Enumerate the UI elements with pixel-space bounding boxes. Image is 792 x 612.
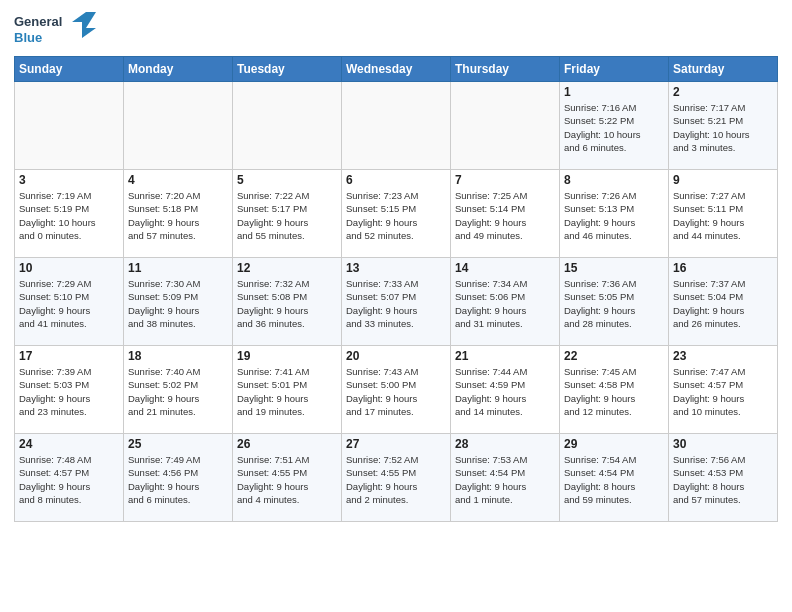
day-number: 7 [455,173,555,187]
calendar-cell: 12Sunrise: 7:32 AM Sunset: 5:08 PM Dayli… [233,258,342,346]
day-number: 23 [673,349,773,363]
calendar-cell: 21Sunrise: 7:44 AM Sunset: 4:59 PM Dayli… [451,346,560,434]
calendar-cell: 20Sunrise: 7:43 AM Sunset: 5:00 PM Dayli… [342,346,451,434]
day-number: 19 [237,349,337,363]
day-info: Sunrise: 7:32 AM Sunset: 5:08 PM Dayligh… [237,277,337,330]
calendar-cell [342,82,451,170]
header-area: GeneralBlue [14,10,778,50]
calendar-cell: 23Sunrise: 7:47 AM Sunset: 4:57 PM Dayli… [669,346,778,434]
calendar-cell: 18Sunrise: 7:40 AM Sunset: 5:02 PM Dayli… [124,346,233,434]
calendar-header-row: SundayMondayTuesdayWednesdayThursdayFrid… [15,57,778,82]
calendar-cell: 14Sunrise: 7:34 AM Sunset: 5:06 PM Dayli… [451,258,560,346]
day-number: 6 [346,173,446,187]
weekday-header-tuesday: Tuesday [233,57,342,82]
day-info: Sunrise: 7:43 AM Sunset: 5:00 PM Dayligh… [346,365,446,418]
calendar-cell: 8Sunrise: 7:26 AM Sunset: 5:13 PM Daylig… [560,170,669,258]
day-info: Sunrise: 7:16 AM Sunset: 5:22 PM Dayligh… [564,101,664,154]
calendar-cell: 15Sunrise: 7:36 AM Sunset: 5:05 PM Dayli… [560,258,669,346]
day-number: 30 [673,437,773,451]
calendar-cell: 24Sunrise: 7:48 AM Sunset: 4:57 PM Dayli… [15,434,124,522]
calendar-cell: 5Sunrise: 7:22 AM Sunset: 5:17 PM Daylig… [233,170,342,258]
day-info: Sunrise: 7:30 AM Sunset: 5:09 PM Dayligh… [128,277,228,330]
calendar-cell: 25Sunrise: 7:49 AM Sunset: 4:56 PM Dayli… [124,434,233,522]
day-info: Sunrise: 7:40 AM Sunset: 5:02 PM Dayligh… [128,365,228,418]
calendar-cell: 1Sunrise: 7:16 AM Sunset: 5:22 PM Daylig… [560,82,669,170]
day-number: 10 [19,261,119,275]
calendar-cell: 3Sunrise: 7:19 AM Sunset: 5:19 PM Daylig… [15,170,124,258]
calendar-week-0: 1Sunrise: 7:16 AM Sunset: 5:22 PM Daylig… [15,82,778,170]
day-info: Sunrise: 7:53 AM Sunset: 4:54 PM Dayligh… [455,453,555,506]
svg-text:Blue: Blue [14,30,42,45]
day-number: 14 [455,261,555,275]
day-info: Sunrise: 7:25 AM Sunset: 5:14 PM Dayligh… [455,189,555,242]
calendar-cell: 2Sunrise: 7:17 AM Sunset: 5:21 PM Daylig… [669,82,778,170]
day-number: 18 [128,349,228,363]
calendar-week-4: 24Sunrise: 7:48 AM Sunset: 4:57 PM Dayli… [15,434,778,522]
day-info: Sunrise: 7:45 AM Sunset: 4:58 PM Dayligh… [564,365,664,418]
day-number: 28 [455,437,555,451]
calendar-cell: 28Sunrise: 7:53 AM Sunset: 4:54 PM Dayli… [451,434,560,522]
weekday-header-saturday: Saturday [669,57,778,82]
day-number: 17 [19,349,119,363]
calendar-cell: 22Sunrise: 7:45 AM Sunset: 4:58 PM Dayli… [560,346,669,434]
day-number: 25 [128,437,228,451]
calendar-table: SundayMondayTuesdayWednesdayThursdayFrid… [14,56,778,522]
calendar-cell [124,82,233,170]
logo-svg: GeneralBlue [14,10,104,50]
weekday-header-thursday: Thursday [451,57,560,82]
weekday-header-monday: Monday [124,57,233,82]
calendar-cell: 29Sunrise: 7:54 AM Sunset: 4:54 PM Dayli… [560,434,669,522]
day-number: 24 [19,437,119,451]
day-number: 3 [19,173,119,187]
calendar-cell: 10Sunrise: 7:29 AM Sunset: 5:10 PM Dayli… [15,258,124,346]
day-info: Sunrise: 7:39 AM Sunset: 5:03 PM Dayligh… [19,365,119,418]
day-number: 2 [673,85,773,99]
calendar-cell [15,82,124,170]
day-info: Sunrise: 7:44 AM Sunset: 4:59 PM Dayligh… [455,365,555,418]
day-number: 11 [128,261,228,275]
day-number: 16 [673,261,773,275]
day-info: Sunrise: 7:47 AM Sunset: 4:57 PM Dayligh… [673,365,773,418]
calendar-cell: 17Sunrise: 7:39 AM Sunset: 5:03 PM Dayli… [15,346,124,434]
day-number: 12 [237,261,337,275]
calendar-cell: 9Sunrise: 7:27 AM Sunset: 5:11 PM Daylig… [669,170,778,258]
day-info: Sunrise: 7:51 AM Sunset: 4:55 PM Dayligh… [237,453,337,506]
calendar-cell: 27Sunrise: 7:52 AM Sunset: 4:55 PM Dayli… [342,434,451,522]
day-info: Sunrise: 7:29 AM Sunset: 5:10 PM Dayligh… [19,277,119,330]
day-info: Sunrise: 7:41 AM Sunset: 5:01 PM Dayligh… [237,365,337,418]
day-number: 15 [564,261,664,275]
day-number: 9 [673,173,773,187]
calendar-week-3: 17Sunrise: 7:39 AM Sunset: 5:03 PM Dayli… [15,346,778,434]
day-number: 8 [564,173,664,187]
day-info: Sunrise: 7:36 AM Sunset: 5:05 PM Dayligh… [564,277,664,330]
day-info: Sunrise: 7:48 AM Sunset: 4:57 PM Dayligh… [19,453,119,506]
calendar-week-1: 3Sunrise: 7:19 AM Sunset: 5:19 PM Daylig… [15,170,778,258]
day-info: Sunrise: 7:54 AM Sunset: 4:54 PM Dayligh… [564,453,664,506]
day-info: Sunrise: 7:19 AM Sunset: 5:19 PM Dayligh… [19,189,119,242]
day-info: Sunrise: 7:20 AM Sunset: 5:18 PM Dayligh… [128,189,228,242]
day-number: 26 [237,437,337,451]
day-number: 5 [237,173,337,187]
day-info: Sunrise: 7:56 AM Sunset: 4:53 PM Dayligh… [673,453,773,506]
day-number: 13 [346,261,446,275]
day-number: 22 [564,349,664,363]
day-number: 21 [455,349,555,363]
day-info: Sunrise: 7:27 AM Sunset: 5:11 PM Dayligh… [673,189,773,242]
calendar-cell: 16Sunrise: 7:37 AM Sunset: 5:04 PM Dayli… [669,258,778,346]
calendar-cell [233,82,342,170]
day-info: Sunrise: 7:49 AM Sunset: 4:56 PM Dayligh… [128,453,228,506]
day-number: 4 [128,173,228,187]
weekday-header-wednesday: Wednesday [342,57,451,82]
page-container: GeneralBlue SundayMondayTuesdayWednesday… [0,0,792,612]
day-info: Sunrise: 7:23 AM Sunset: 5:15 PM Dayligh… [346,189,446,242]
svg-text:General: General [14,14,62,29]
calendar-cell: 19Sunrise: 7:41 AM Sunset: 5:01 PM Dayli… [233,346,342,434]
day-info: Sunrise: 7:26 AM Sunset: 5:13 PM Dayligh… [564,189,664,242]
calendar-cell: 13Sunrise: 7:33 AM Sunset: 5:07 PM Dayli… [342,258,451,346]
calendar-cell: 11Sunrise: 7:30 AM Sunset: 5:09 PM Dayli… [124,258,233,346]
day-number: 29 [564,437,664,451]
day-info: Sunrise: 7:22 AM Sunset: 5:17 PM Dayligh… [237,189,337,242]
day-info: Sunrise: 7:17 AM Sunset: 5:21 PM Dayligh… [673,101,773,154]
day-number: 27 [346,437,446,451]
day-info: Sunrise: 7:37 AM Sunset: 5:04 PM Dayligh… [673,277,773,330]
